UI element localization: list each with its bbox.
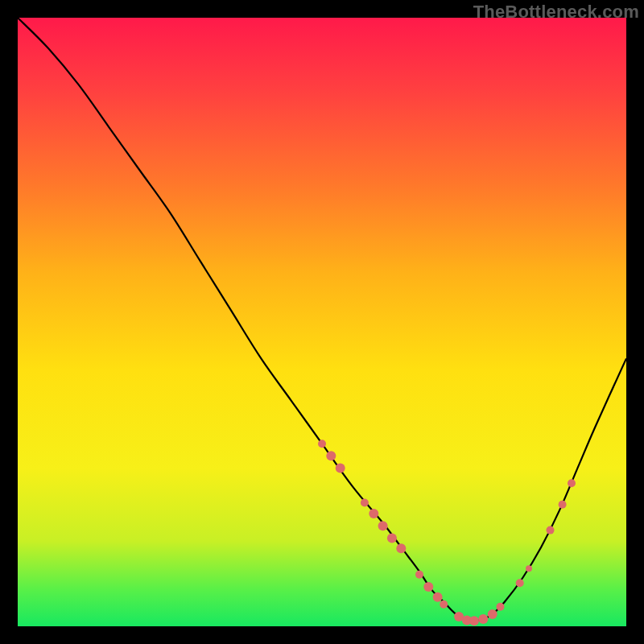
curve-marker [526,565,532,572]
marker-layer [318,440,576,625]
curve-marker [336,463,345,473]
curve-marker [497,603,505,611]
curve-marker [318,440,326,448]
chart-svg [18,18,626,626]
curve-marker [433,592,443,602]
curve-marker [378,521,388,530]
curve-marker [326,451,336,460]
curve-marker [559,501,567,509]
curve-marker [415,571,423,579]
curve-marker [488,609,497,619]
curve-marker [469,616,479,625]
curve-marker [478,614,488,624]
curve-marker [387,533,397,543]
curve-marker [547,526,555,535]
curve-marker [423,582,433,592]
curve-marker [361,499,369,507]
curve-marker [369,509,378,518]
watermark-text: TheBottleneck.com [473,2,639,23]
curve-marker [568,479,576,487]
curve-marker [516,579,524,587]
curve-marker [396,543,406,553]
bottleneck-curve [18,18,626,621]
chart-canvas [18,18,626,626]
curve-marker [440,601,448,609]
